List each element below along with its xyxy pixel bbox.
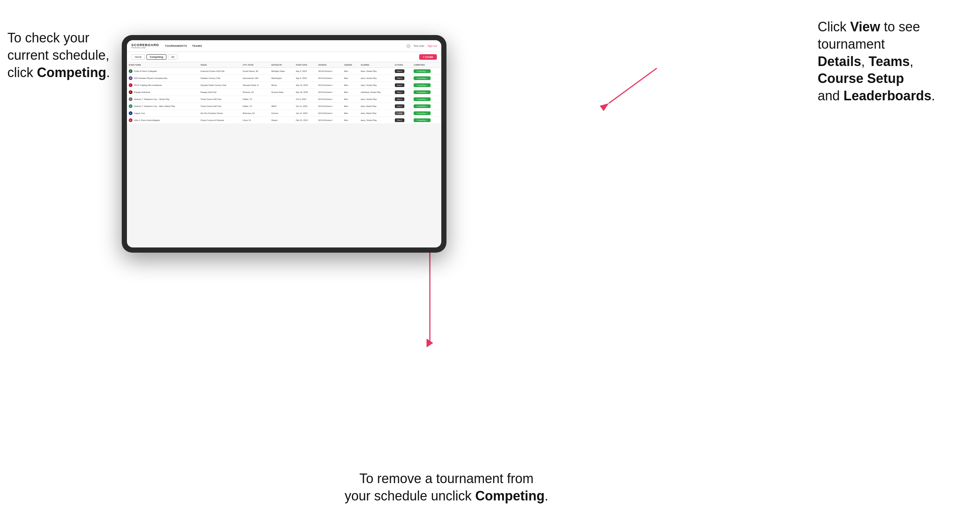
event-name: OFCC Fighting Illini Invitational [134,84,162,86]
cell-actions: View ℹ [393,117,412,124]
table-row: W 2023 Sahalee Players Championship Saha… [127,75,441,82]
cell-actions: View ℹ [393,75,412,82]
cell-actions: View ℹ [393,103,412,110]
view-button[interactable]: View ℹ [395,69,404,73]
cell-gender: Men [342,96,359,103]
cell-event: W 2023 Sahalee Players Championship [127,75,199,82]
view-button[interactable]: View ℹ [395,104,404,108]
view-button[interactable]: View ℹ [395,76,404,80]
col-division: DIVISION [317,62,342,68]
cell-competing: Competing ✓ [412,103,441,110]
cell-competing: Competing ✓ [412,110,441,117]
annotation-top-right: Click View to see tournament Details, Te… [818,18,973,105]
cell-venue: Ak-Chin Southern Dunes [199,110,241,117]
cell-city: Grand Haven, MI [241,68,269,75]
view-button[interactable]: View ℹ [395,118,404,122]
cell-event: A Copper Cup [127,110,199,117]
competing-button[interactable]: Competing ✓ [414,83,431,87]
create-button[interactable]: + Create [419,54,437,60]
cell-scoring: team, Stroke Play [359,68,393,75]
table-row: I OFCC Fighting Illini Invitational Olym… [127,82,441,89]
cell-start-date: Sep 15, 2023 [294,82,317,89]
competing-button[interactable]: Competing ✓ [414,69,431,73]
col-venue: VENUE [199,62,241,68]
cell-actions: View ℹ [393,96,412,103]
nav-links: TOURNAMENTS TEAMS [165,44,406,47]
team-logo: F [129,69,132,73]
nav-tournaments[interactable]: TOURNAMENTS [165,44,187,47]
event-name: Jackson T. Stephens Cup – Stroke Play [134,98,170,100]
cell-hosted-by [269,96,294,103]
cell-gender: Men [342,103,359,110]
annotation-top-left: To check your current schedule, click Co… [7,30,137,81]
cell-division: NCAA Division I [317,96,342,103]
cell-hosted-by: Hawaii [269,117,294,124]
competing-button[interactable]: Competing ✓ [414,118,431,122]
competing-button[interactable]: Competing ✓ [414,76,431,80]
cell-scoring: team, Stroke Play [359,75,393,82]
team-logo: J [129,104,132,108]
competing-button[interactable]: Competing ✓ [414,90,431,94]
cell-hosted-by: Washington [269,75,294,82]
cell-event: H John A. Burns Intercollegiate [127,117,199,124]
cell-scoring: individual, Stroke Play [359,89,393,96]
nav-teams[interactable]: TEAMS [192,44,202,47]
col-event-name: EVENT NAME [127,62,199,68]
table-row: A Copper Cup Ak-Chin Southern DunesMaric… [127,110,441,117]
team-logo: J [129,97,132,101]
signout-link[interactable]: Sign out [427,44,437,47]
col-start-date: START DATE [294,62,317,68]
cell-venue: Trinity Forest Golf Club [199,96,241,103]
cell-hosted-by: Arizona [269,110,294,117]
cell-event: I OFCC Fighting Illini Invitational [127,82,199,89]
col-actions: ACTIONS [393,62,412,68]
table-body: F Folds of Honor Collegiate American Dun… [127,68,441,124]
cell-start-date: Oct 9, 2023 [294,96,317,103]
cell-competing: Competing ✓ [412,68,441,75]
competing-button[interactable]: Competing ✓ [414,104,431,108]
cell-event: P Papago Individual [127,89,199,96]
filter-all[interactable]: All [168,54,178,60]
table-row: J Jackson T. Stephens Cup – Men's Match … [127,103,441,110]
header-right: Test User Sign out [406,44,437,48]
event-name: 2023 Sahalee Players Championship [134,77,167,79]
col-scoring: SCORING [359,62,393,68]
cell-event: F Folds of Honor Collegiate [127,68,199,75]
cell-division: NCAA Division I [317,75,342,82]
cell-start-date: Jan 14, 2024 [294,110,317,117]
cell-gender: Men [342,117,359,124]
competing-button[interactable]: Competing ✓ [414,111,431,115]
col-hosted-by: HOSTED BY [269,62,294,68]
cell-actions: ✏ Edit [393,110,412,117]
cell-city: Dallas, TX [241,96,269,103]
cell-competing: Competing ✓ [412,82,441,89]
cell-venue: Ocean Course At Hokuala [199,117,241,124]
table-row: P Papago Individual Papago Golf ClubPhoe… [127,89,441,96]
cell-competing: Competing ✓ [412,96,441,103]
cell-city: Olympia Fields, IL [241,82,269,89]
cell-venue: Olympia Fields Country Club [199,82,241,89]
cell-city: Lihue, HI [241,117,269,124]
filter-home[interactable]: Home [131,54,145,60]
cell-hosted-by: ABAC [269,103,294,110]
cell-start-date: Sep 9, 2023 [294,75,317,82]
cell-competing: Competing ✓ [412,89,441,96]
cell-scoring: team, Match Play [359,103,393,110]
tournaments-table: EVENT NAME VENUE CITY, STATE HOSTED BY S… [127,62,441,124]
competing-button[interactable]: Competing ✓ [414,97,431,101]
cell-start-date: Feb 15, 2024 [294,117,317,124]
view-button[interactable]: View ℹ [395,97,404,101]
cell-division: NCAA Division I [317,110,342,117]
cell-gender: Men [342,68,359,75]
cell-event: J Jackson T. Stephens Cup – Stroke Play [127,96,199,103]
table-header-row: EVENT NAME VENUE CITY, STATE HOSTED BY S… [127,62,441,68]
filter-competing[interactable]: Competing [146,54,167,60]
edit-button[interactable]: ✏ Edit [395,111,404,115]
cell-competing: Competing ✓ [412,117,441,124]
view-button[interactable]: View ℹ [395,83,404,87]
cell-gender: Men [342,89,359,96]
col-gender: GENDER [342,62,359,68]
table-container: EVENT NAME VENUE CITY, STATE HOSTED BY S… [127,62,441,124]
cell-division: NCAA Division I [317,89,342,96]
view-button[interactable]: View ℹ [395,90,404,94]
